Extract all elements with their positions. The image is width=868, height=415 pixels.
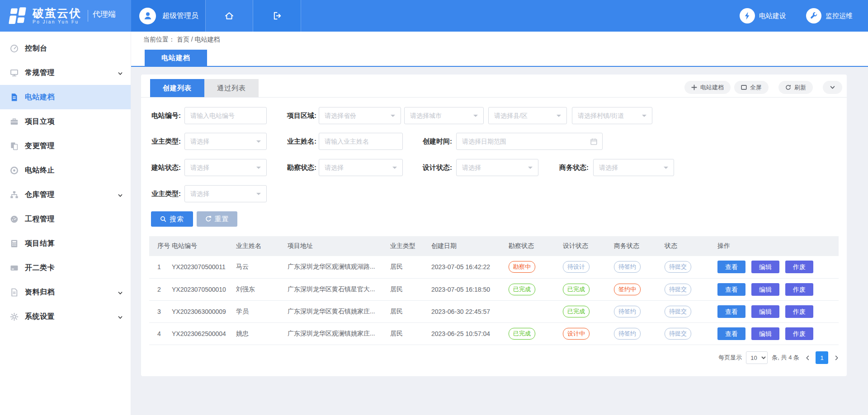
filter-field-station_code xyxy=(184,107,267,124)
project_region-select-3[interactable]: 请选择村镇/街道 xyxy=(572,107,652,124)
business_status-placeholder: 请选择 xyxy=(594,159,674,176)
edit-button[interactable]: 编辑 xyxy=(751,261,779,273)
sidebar-item-org[interactable]: 仓库管理 xyxy=(0,182,131,207)
sidebar-item-label: 项目立项 xyxy=(25,117,55,126)
build_status-select[interactable]: 请选择 xyxy=(184,159,267,176)
user-menu[interactable]: 超级管理员 xyxy=(131,0,205,32)
filter-label-business_status: 商务状态: xyxy=(549,159,589,176)
tab-passed-list[interactable]: 通过列表 xyxy=(204,79,259,97)
cell-created-date: 2023-07-05 16:18:50 xyxy=(431,278,509,300)
table-row: 1YX2023070500011马云广东深圳龙华区观澜镇观湖路...居民2023… xyxy=(149,256,839,278)
nav-monitor-ops[interactable]: 监控运维 xyxy=(806,8,853,23)
monitor-icon xyxy=(9,68,19,78)
sidebar-item-label: 系统设置 xyxy=(25,312,55,322)
logout-button[interactable] xyxy=(253,0,301,32)
project_region-select-2[interactable]: 请选择县/区 xyxy=(488,107,567,124)
status-badge-design: 已完成 xyxy=(563,306,590,317)
edit-button[interactable]: 编辑 xyxy=(751,327,779,340)
total-count-label: 条, 共 4 条 xyxy=(772,354,799,362)
fullscreen-button[interactable]: 全屏 xyxy=(734,81,769,94)
cell-index: 3 xyxy=(149,300,172,322)
edit-button[interactable]: 编辑 xyxy=(751,305,779,318)
cell-created-date: 2023-06-30 22:45:57 xyxy=(431,300,509,322)
page-size-select[interactable]: 10 xyxy=(746,351,768,364)
add-station-button[interactable]: 电站建档 xyxy=(684,81,731,94)
cell-design: 已完成 xyxy=(563,278,614,300)
edit-button[interactable]: 编辑 xyxy=(751,283,779,296)
header-spacer xyxy=(301,0,740,32)
survey_status-placeholder: 请选择 xyxy=(319,159,402,176)
tab-station-archive[interactable]: 电站建档 xyxy=(145,50,207,66)
home-button[interactable] xyxy=(205,0,253,32)
table-header-cell: 业主类型 xyxy=(390,236,431,256)
nav-station-build[interactable]: 电站建设 xyxy=(740,8,786,23)
survey_status-select[interactable]: 请选择 xyxy=(319,159,403,176)
cell-index: 4 xyxy=(149,322,172,345)
sidebar-item-document[interactable]: 电站建档 xyxy=(0,85,131,109)
sidebar-item-monitor[interactable]: 常规管理 xyxy=(0,61,131,85)
project_region-select-0[interactable]: 请选择省份 xyxy=(319,107,401,124)
cell-owner-type: 居民 xyxy=(390,300,431,322)
void-button[interactable]: 作废 xyxy=(785,283,813,296)
view-button[interactable]: 查看 xyxy=(717,283,745,296)
cell-created-date: 2023-06-25 10:57:04 xyxy=(431,322,509,345)
design_status-placeholder: 请选择 xyxy=(457,159,538,176)
next-page-button[interactable] xyxy=(832,351,840,364)
view-button[interactable]: 查看 xyxy=(717,327,745,340)
create_time-date-range[interactable]: 请选择日期范围 xyxy=(456,133,603,150)
collapse-button[interactable] xyxy=(823,81,842,94)
owner_type-select[interactable]: 请选择 xyxy=(184,133,267,150)
document-icon xyxy=(9,93,19,102)
sidebar-item-calculator[interactable]: 项目结算 xyxy=(0,231,131,256)
view-button[interactable]: 查看 xyxy=(717,305,745,318)
cell-owner-type: 居民 xyxy=(390,256,431,278)
sidebar-item-pages[interactable]: 变更管理 xyxy=(0,134,131,158)
table-header-cell: 项目地址 xyxy=(288,236,390,256)
cell-address: 广东深圳龙华区黄石镇姚家庄... xyxy=(288,300,390,322)
project_region-placeholder-2: 请选择县/区 xyxy=(489,107,566,124)
status-badge-survey: 已完成 xyxy=(509,284,535,295)
search-button[interactable]: 搜索 xyxy=(151,211,193,227)
void-button[interactable]: 作废 xyxy=(785,261,813,273)
project_region-select-1[interactable]: 请选择城市 xyxy=(404,107,484,124)
sidebar-item-card[interactable]: 开二类卡 xyxy=(0,256,131,280)
table-header-cell: 业主姓名 xyxy=(236,236,288,256)
sidebar-item-target[interactable]: 电站终止 xyxy=(0,158,131,182)
owner_type_2-placeholder: 请选择 xyxy=(185,186,266,202)
chevron-down-icon xyxy=(118,289,123,295)
design_status-select[interactable]: 请选择 xyxy=(456,159,538,176)
sidebar-item-settings[interactable]: 系统设置 xyxy=(0,304,131,329)
reset-button-label: 重置 xyxy=(215,215,229,224)
station_code-input[interactable] xyxy=(185,107,266,124)
sidebar-item-label: 电站建档 xyxy=(25,93,55,102)
status-badge-status: 待提交 xyxy=(665,261,691,273)
status-badge-survey: 勘察中 xyxy=(509,261,535,273)
tab-create-list[interactable]: 创建列表 xyxy=(150,79,204,97)
prev-page-button[interactable] xyxy=(803,351,811,364)
filter-label-design_status: 设计状态: xyxy=(412,159,452,176)
reset-button[interactable]: 重置 xyxy=(197,211,237,227)
void-button[interactable]: 作废 xyxy=(785,305,813,318)
sidebar-item-briefcase[interactable]: 项目立项 xyxy=(0,109,131,134)
void-button[interactable]: 作废 xyxy=(785,327,813,340)
view-button[interactable]: 查看 xyxy=(717,261,745,273)
owner_name-input[interactable] xyxy=(319,133,402,149)
sidebar-item-gauge[interactable]: 工程管理 xyxy=(0,207,131,231)
table-row: 3YX2023063000009学员广东深圳龙华区黄石镇姚家庄...居民2023… xyxy=(149,300,839,322)
sidebar-item-dashboard[interactable]: 控制台 xyxy=(0,36,131,61)
filter-label-owner_name: 业主姓名: xyxy=(277,133,316,150)
sidebar-item-archive[interactable]: 资料归档 xyxy=(0,280,131,304)
status-badge-business: 签约中 xyxy=(614,284,641,295)
cell-status: 待提交 xyxy=(665,278,717,300)
brand-logo-icon xyxy=(7,5,28,26)
current-page-button[interactable]: 1 xyxy=(816,351,828,364)
owner_type_2-select[interactable]: 请选择 xyxy=(184,185,267,202)
status-badge-business: 待签约 xyxy=(614,261,641,273)
search-icon xyxy=(160,216,166,222)
business_status-select[interactable]: 请选择 xyxy=(593,159,674,176)
app-root: 破茧云伏 Po Jian Yun Fu 代理端 超级管理员 电站建设 xyxy=(0,0,868,415)
sidebar-item-label: 常规管理 xyxy=(25,68,55,78)
refresh-button[interactable]: 刷新 xyxy=(778,81,813,94)
gauge-icon xyxy=(9,214,19,224)
status-badge-business: 待签约 xyxy=(614,328,641,340)
